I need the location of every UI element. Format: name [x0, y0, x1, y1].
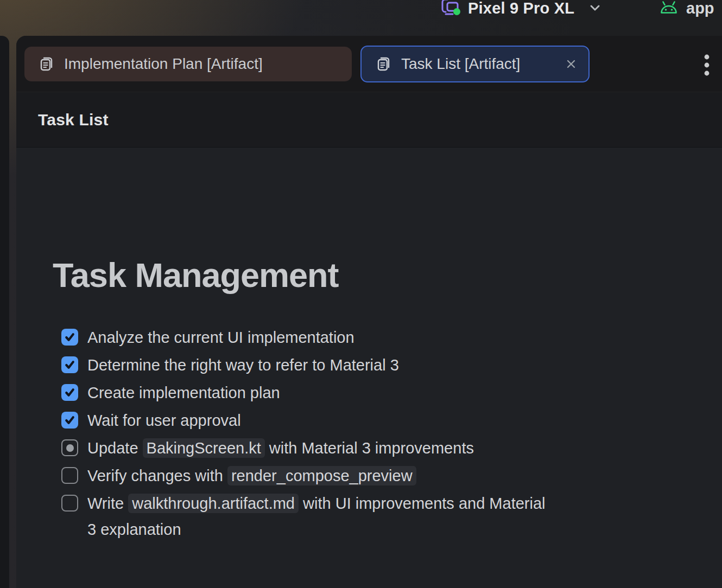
artifact-viewer-panel: Implementation Plan [Artifact] Task List…: [16, 36, 722, 588]
inline-code: BakingScreen.kt: [143, 438, 265, 458]
in-progress-dot: [66, 444, 74, 452]
tab-label: Implementation Plan [Artifact]: [64, 55, 263, 73]
task-item: Determine the right way to refer to Mate…: [61, 352, 722, 378]
task-item: Verify changes with render_compose_previ…: [61, 463, 722, 489]
inline-code: walkthrough.artifact.md: [128, 494, 299, 513]
task-item: Create implementation plan: [61, 380, 722, 406]
panel-header: Task List: [16, 92, 722, 148]
inline-code: render_compose_preview: [227, 466, 416, 485]
task-label: Determine the right way to refer to Mate…: [87, 352, 399, 378]
task-checkbox-checked[interactable]: [61, 384, 78, 401]
tab-task-list[interactable]: Task List [Artifact]: [360, 46, 590, 82]
kebab-menu-icon[interactable]: [696, 53, 718, 77]
chevron-down-icon: [587, 1, 603, 16]
task-label: Analyze the current UI implementation: [87, 324, 354, 350]
task-checkbox-checked[interactable]: [61, 356, 78, 373]
task-item: Write walkthrough.artifact.md with UI im…: [61, 490, 722, 542]
task-label: Verify changes with render_compose_previ…: [87, 463, 416, 489]
artifact-document-icon: [38, 55, 55, 73]
adjacent-panel-edge: [0, 36, 9, 588]
task-item: Wait for user approval: [61, 407, 722, 433]
artifact-document-icon: [375, 55, 392, 73]
running-device-icon: [440, 0, 461, 20]
task-item: Analyze the current UI implementation: [61, 324, 722, 350]
task-checklist: Analyze the current UI implementationDet…: [61, 324, 722, 542]
artifact-content: Task Management Analyze the current UI i…: [16, 255, 722, 588]
top-toolbar: Pixel 9 Pro XL app: [0, 0, 722, 36]
device-selector-label: Pixel 9 Pro XL: [468, 0, 574, 17]
document-heading: Task Management: [53, 255, 722, 295]
tab-implementation-plan[interactable]: Implementation Plan [Artifact]: [24, 47, 352, 81]
task-checkbox-unchecked[interactable]: [61, 495, 78, 512]
task-label: Update BakingScreen.kt with Material 3 i…: [87, 435, 474, 461]
task-label: Create implementation plan: [87, 380, 280, 406]
tab-label: Task List [Artifact]: [401, 55, 520, 73]
task-checkbox-checked[interactable]: [61, 329, 78, 346]
android-icon: [659, 0, 679, 17]
task-label: Wait for user approval: [87, 407, 241, 433]
task-checkbox-in_progress[interactable]: [61, 439, 78, 456]
task-label: Write walkthrough.artifact.md with UI im…: [87, 490, 546, 542]
task-item: Update BakingScreen.kt with Material 3 i…: [61, 435, 722, 461]
tab-strip: Implementation Plan [Artifact] Task List…: [16, 36, 722, 92]
app-config-label: app: [686, 0, 714, 17]
close-icon[interactable]: [565, 57, 578, 71]
run-configuration-selector[interactable]: app: [659, 0, 714, 21]
device-selector[interactable]: Pixel 9 Pro XL: [440, 0, 603, 21]
panel-title: Task List: [38, 111, 109, 129]
task-checkbox-unchecked[interactable]: [61, 467, 78, 484]
task-checkbox-checked[interactable]: [61, 412, 78, 429]
